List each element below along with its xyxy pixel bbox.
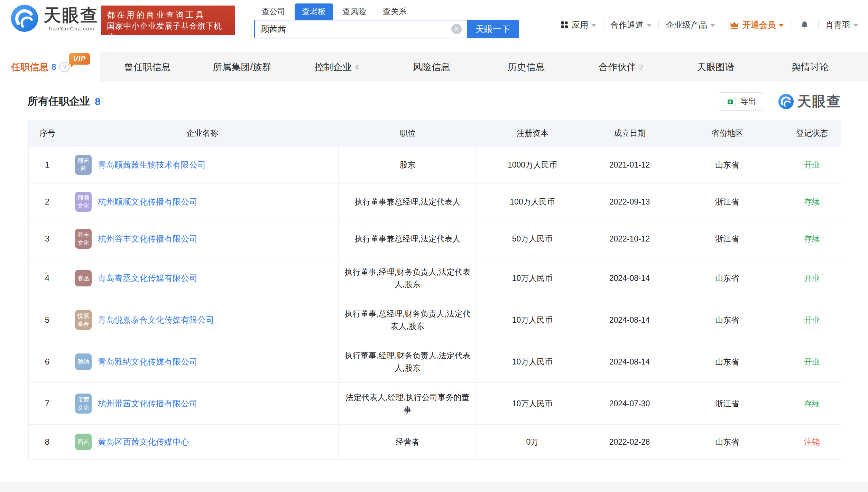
chevron-down-icon	[647, 24, 652, 27]
company-link[interactable]: 黄岛区西茜文化传媒中心	[98, 436, 189, 448]
section-header: 所有任职企业 8 X 导出 天眼查	[0, 82, 868, 120]
page-title: 所有任职企业	[28, 94, 90, 108]
registered-capital-cell: 0万	[477, 425, 588, 459]
section-tab[interactable]: 风险信息	[384, 52, 479, 82]
section-tab[interactable]: 合作伙伴 2	[574, 52, 668, 82]
nav-partner-channel[interactable]: 合作通道	[610, 19, 652, 30]
section-tab[interactable]: 所属集团/族群	[195, 52, 289, 82]
search-area: 查公司查老板查风险查关系 ✕ 天眼一下	[254, 3, 519, 38]
serial-number: 1	[29, 146, 66, 183]
search-type-tab[interactable]: 查公司	[254, 3, 293, 20]
export-button[interactable]: X 导出	[719, 92, 764, 111]
established-date-cell: 2024-08-14	[588, 299, 671, 341]
registered-capital-cell: 10万人民币	[477, 257, 588, 299]
company-logo-badge[interactable]: 睿丞	[75, 270, 92, 286]
province-cell: 山东省	[671, 146, 783, 183]
company-link[interactable]: 青岛悦嘉泰合文化传媒有限公司	[98, 314, 214, 326]
chevron-down-icon	[591, 24, 596, 27]
section-tab[interactable]: VIP 任职信息 8 ?	[0, 52, 100, 82]
search-type-tab[interactable]: 查老板	[295, 3, 333, 20]
company-link[interactable]: 杭州顾顺文化传播有限公司	[98, 196, 197, 208]
company-logo-badge[interactable]: 西茜	[75, 434, 92, 450]
header-nav: 应用 合作通道 企业级产品 开通会员	[560, 15, 858, 35]
column-header: 注册资本	[477, 120, 588, 146]
nav-apps[interactable]: 应用	[560, 19, 596, 30]
nav-open-vip[interactable]: 开通会员	[729, 19, 784, 30]
position-cell: 执行董事兼总经理,法定代表人	[339, 183, 477, 220]
status-badge: 存续	[783, 383, 841, 424]
company-logo-badge[interactable]: 顾顺文化	[75, 192, 92, 212]
section-tab[interactable]: 控制企业 4	[289, 52, 384, 82]
search-input[interactable]	[255, 20, 467, 38]
section-tab[interactable]: 舆情讨论	[763, 52, 858, 82]
column-header: 省份地区	[671, 120, 783, 146]
promo-line-1: 都在用的商业查询工具	[107, 9, 229, 20]
position-cell: 经营者	[339, 425, 477, 459]
section-tab-count: 2	[639, 63, 643, 71]
search-button[interactable]: 天眼一下	[467, 20, 518, 38]
registered-capital-cell: 10万人民币	[477, 341, 588, 382]
table-row: 8 西茜 黄岛区西茜文化传媒中心 经营者 0万 2022-02-28 山东省 注…	[29, 424, 841, 459]
column-header: 职位	[339, 120, 477, 146]
promo-line-2: 国家中小企业发展子基金旗下机构	[107, 20, 229, 42]
watermark-text: 天眼查	[797, 92, 841, 111]
established-date-cell: 2024-07-30	[588, 383, 671, 424]
company-logo-badge[interactable]: 顾茜茜	[75, 155, 92, 175]
section-tab[interactable]: 天眼图谱	[668, 52, 763, 82]
chevron-down-icon	[710, 24, 715, 27]
username: 肖青羽	[825, 19, 850, 30]
tianyancha-swirl-icon	[10, 4, 39, 32]
established-date-cell: 2022-10-12	[588, 220, 671, 257]
section-tab-label: 风险信息	[413, 61, 450, 73]
serial-number: 8	[29, 425, 66, 459]
search-type-tab[interactable]: 查关系	[376, 3, 414, 20]
section-tab-label: 舆情讨论	[792, 61, 829, 73]
column-header: 企业名称	[66, 120, 339, 146]
serial-number: 2	[29, 183, 66, 220]
established-date-cell: 2022-09-13	[588, 183, 671, 220]
company-logo-badge[interactable]: 谷丰文化	[75, 229, 92, 249]
apps-grid-icon	[560, 21, 569, 29]
serial-number: 7	[29, 383, 66, 424]
serial-number: 4	[29, 257, 66, 299]
table-row: 6 雅纳 青岛雅纳文化传媒有限公司 执行董事,经理,财务负责人,法定代表人,股东…	[29, 341, 841, 382]
company-link[interactable]: 杭州带茜文化传播有限公司	[98, 398, 197, 409]
help-icon[interactable]: ?	[59, 62, 70, 72]
company-logo-badge[interactable]: 带茜文化	[75, 394, 92, 414]
company-logo-badge[interactable]: 雅纳	[75, 353, 92, 370]
status-badge: 开业	[783, 257, 841, 299]
watermark-logo: 天眼查	[778, 92, 841, 111]
nav-divider	[722, 20, 722, 29]
company-link[interactable]: 杭州谷丰文化传播有限公司	[98, 233, 197, 245]
established-date-cell: 2024-08-14	[588, 341, 671, 382]
nav-enterprise-label: 企业级产品	[666, 19, 707, 30]
chevron-down-icon	[779, 24, 784, 27]
svg-text:X: X	[729, 100, 732, 104]
table-row: 1 顾茜茜 青岛顾茜茜生物技术有限公司 股东 1000万人民币 2021-01-…	[29, 146, 841, 183]
company-logo-badge[interactable]: 悦嘉泰合	[75, 310, 92, 330]
table-row: 3 谷丰文化 杭州谷丰文化传播有限公司 执行董事兼总经理,法定代表人 50万人民…	[29, 220, 841, 257]
notification-bell-icon	[800, 20, 809, 30]
position-cell: 执行董事,经理,财务负责人,法定代表人,股东	[339, 257, 477, 299]
position-cell: 执行董事兼总经理,法定代表人	[339, 220, 477, 257]
clear-search-icon[interactable]: ✕	[451, 24, 462, 34]
company-link[interactable]: 青岛顾茜茜生物技术有限公司	[98, 159, 206, 171]
brand-name: 天眼查	[44, 6, 99, 25]
search-type-tab[interactable]: 查风险	[335, 3, 373, 20]
notifications[interactable]	[800, 20, 809, 30]
position-cell: 股东	[339, 146, 477, 183]
established-date-cell: 2022-02-28	[588, 425, 671, 459]
tianyancha-logo[interactable]: 天眼查 TianYanCha.com	[10, 4, 99, 32]
section-tab-label: 天眼图谱	[697, 61, 734, 73]
nav-divider	[658, 20, 659, 29]
province-cell: 山东省	[671, 425, 783, 459]
nav-enterprise-products[interactable]: 企业级产品	[666, 19, 715, 30]
section-tab[interactable]: 历史信息	[479, 52, 574, 82]
vip-badge: VIP	[69, 53, 91, 65]
company-link[interactable]: 青岛雅纳文化传媒有限公司	[98, 356, 197, 368]
user-menu[interactable]: 肖青羽	[825, 19, 858, 30]
chevron-down-icon	[853, 24, 858, 27]
company-link[interactable]: 青岛睿丞文化传媒有限公司	[98, 272, 197, 284]
status-badge: 开业	[783, 146, 841, 183]
section-tab[interactable]: 曾任职信息	[100, 52, 195, 82]
